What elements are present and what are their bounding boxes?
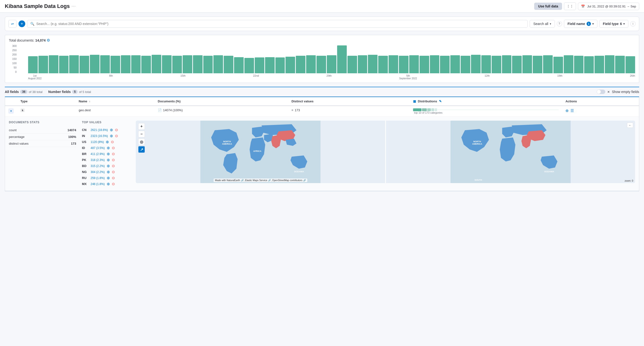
top-val-count-3: 487 (3.5%) xyxy=(90,146,105,150)
chart-bar-19 xyxy=(224,56,233,73)
top-val-minus-1[interactable]: ⊖ xyxy=(115,134,118,138)
distributions-edit-icon[interactable]: ✎ xyxy=(439,100,442,103)
stat-value-distinct: 173 xyxy=(71,142,76,145)
top-val-count-6: 315 (2.2%) xyxy=(90,164,105,168)
top-values-section: TOP VALUES CN 2621 (18.6%) ⊕ ⊖ IN 2323 (… xyxy=(82,120,130,187)
toggle-close-icon[interactable]: ✕ xyxy=(607,90,610,94)
top-val-minus-3[interactable]: ⊖ xyxy=(112,146,115,150)
top-val-minus-2[interactable]: ⊖ xyxy=(111,140,114,144)
x-label-15th: 15th xyxy=(180,74,186,77)
map-locate-button[interactable]: ◎ xyxy=(138,138,145,145)
top-val-plus-8[interactable]: ⊕ xyxy=(107,176,110,180)
date-range-picker[interactable]: 📅 Jul 31, 2022 @ 00:39:02.91 → Sep xyxy=(578,3,639,10)
field-type-filter-button[interactable]: Field type 6 ▾ xyxy=(599,20,628,28)
map-arrow-button[interactable]: ↗ xyxy=(138,146,145,153)
chart-x-labels: 1stAugust 2022 8th 15th 22nd 29th 5thSep… xyxy=(18,74,635,80)
data-table: Type Name ↑ Documents (%) Distinct value… xyxy=(5,97,639,191)
top-val-minus-8[interactable]: ⊖ xyxy=(112,176,115,180)
map-right: ← xyxy=(385,120,635,183)
top-value-row-0: CN 2621 (18.6%) ⊕ ⊖ xyxy=(82,127,130,133)
col-actions-header: Actions xyxy=(562,97,639,106)
sort-arrow-icon: ↑ xyxy=(89,100,90,103)
all-fields-filter[interactable]: All fields 36 of 38 total xyxy=(5,90,42,94)
south-text-r: SOUTH xyxy=(474,179,482,181)
settings-icon-button[interactable]: ⋮⋮ xyxy=(564,2,576,10)
top-val-plus-2[interactable]: ⊕ xyxy=(106,140,109,144)
top-val-minus-4[interactable]: ⊖ xyxy=(112,152,115,156)
chart-bar-34 xyxy=(378,56,388,73)
info-icon[interactable]: i xyxy=(630,21,636,26)
stack-icon: ≡ xyxy=(292,108,294,112)
top-val-plus-4[interactable]: ⊕ xyxy=(107,152,110,156)
top-val-plus-7[interactable]: ⊕ xyxy=(107,170,110,174)
help-icon[interactable]: ? xyxy=(557,21,562,26)
top-val-plus-3[interactable]: ⊕ xyxy=(107,146,110,150)
chart-bar-45 xyxy=(492,56,501,73)
top-value-row-8: RU 259 (1.8%) ⊕ ⊖ xyxy=(82,175,130,181)
top-val-minus-0[interactable]: ⊖ xyxy=(115,128,118,132)
settings-gear-icon[interactable]: ⚙ xyxy=(46,38,50,42)
chart-bar-49 xyxy=(533,56,542,73)
map-zoom-in-button[interactable]: + xyxy=(138,123,145,130)
field-name-filter-button[interactable]: Field name 1 ▾ xyxy=(564,20,598,28)
x-label-12th: 12th xyxy=(484,74,490,77)
use-full-data-button[interactable]: Use full data xyxy=(534,3,562,10)
dist-label: top 10 of 173 categories xyxy=(414,111,559,114)
stats-action-button[interactable]: ⊕ xyxy=(566,108,568,113)
chart-bar-2 xyxy=(49,55,58,73)
search-all-button[interactable]: Search all ▾ xyxy=(530,20,554,28)
add-filter-button[interactable]: + xyxy=(18,20,25,27)
row-actions-cell: ⊕ ☰ xyxy=(562,106,639,117)
chart-bar-57 xyxy=(615,56,625,73)
north-america-text2: AMERICA xyxy=(222,143,232,145)
bar-chart: 300 250 200 150 100 50 0 1stAugust 2022 … xyxy=(9,44,635,80)
col-name-header[interactable]: Name ↑ xyxy=(76,97,154,106)
top-value-row-9: MX 248 (1.8%) ⊕ ⊖ xyxy=(82,181,130,187)
row-expand-button[interactable]: ▾ xyxy=(8,108,14,114)
field-name-chevron-icon: ▾ xyxy=(592,22,594,26)
top-val-code-6: BD xyxy=(82,164,89,168)
top-val-plus-6[interactable]: ⊕ xyxy=(107,164,110,168)
chart-bar-56 xyxy=(605,55,614,73)
top-val-count-9: 248 (1.8%) xyxy=(90,182,105,186)
top-values-title: TOP VALUES xyxy=(82,120,130,124)
oceania-text: OCEANIA xyxy=(294,170,304,173)
number-fields-filter[interactable]: Number fields 5 of 5 total xyxy=(48,90,91,94)
top-val-minus-9[interactable]: ⊖ xyxy=(112,182,115,186)
number-fields-count: 5 xyxy=(72,90,78,94)
top-value-row-7: NG 304 (2.2%) ⊕ ⊖ xyxy=(82,169,130,175)
stat-row-distinct: distinct values 173 xyxy=(9,140,76,147)
filter-button[interactable]: ⇌ xyxy=(8,20,16,28)
y-label-100: 100 xyxy=(9,62,16,65)
chart-bar-31 xyxy=(348,56,357,73)
chart-bar-14 xyxy=(172,56,182,73)
top-val-plus-0[interactable]: ⊕ xyxy=(110,128,113,132)
north-america-text2-r: AMERICA xyxy=(472,143,482,145)
map-zoom-out-button[interactable]: − xyxy=(138,131,145,138)
all-fields-total: of 38 total xyxy=(29,90,42,94)
show-empty-fields-toggle[interactable] xyxy=(597,90,605,94)
field-type-label: Field type xyxy=(603,22,618,26)
top-value-row-1: IN 2323 (16.5%) ⊕ ⊖ xyxy=(82,133,130,139)
data-table-container: Type Name ↑ Documents (%) Distinct value… xyxy=(5,96,639,191)
dist-seg-2 xyxy=(422,108,427,111)
top-val-count-4: 411 (2.9%) xyxy=(90,152,105,156)
row-name-cell: geo.dest xyxy=(76,106,154,117)
top-val-minus-7[interactable]: ⊖ xyxy=(112,170,115,174)
search-area: ⇌ + 🔍 Search all ▾ ? Field name 1 ▾ Fiel… xyxy=(5,16,639,31)
top-val-plus-5[interactable]: ⊕ xyxy=(107,158,110,162)
top-val-plus-9[interactable]: ⊕ xyxy=(107,182,110,186)
top-val-minus-6[interactable]: ⊖ xyxy=(112,164,115,168)
chart-bar-44 xyxy=(481,55,491,73)
top-val-code-0: CN xyxy=(82,128,89,132)
dist-seg-rest xyxy=(438,110,559,110)
map-back-button[interactable]: ← xyxy=(627,122,633,128)
y-label-200: 200 xyxy=(9,53,16,56)
dist-seg-3 xyxy=(427,108,431,111)
top-val-plus-1[interactable]: ⊕ xyxy=(110,134,113,138)
chart-bar-15 xyxy=(183,55,192,73)
top-val-minus-5[interactable]: ⊖ xyxy=(112,158,115,162)
filter-action-button[interactable]: ☰ xyxy=(570,108,574,113)
search-input[interactable] xyxy=(36,22,524,26)
row-expand-cell: ▾ xyxy=(5,106,17,117)
